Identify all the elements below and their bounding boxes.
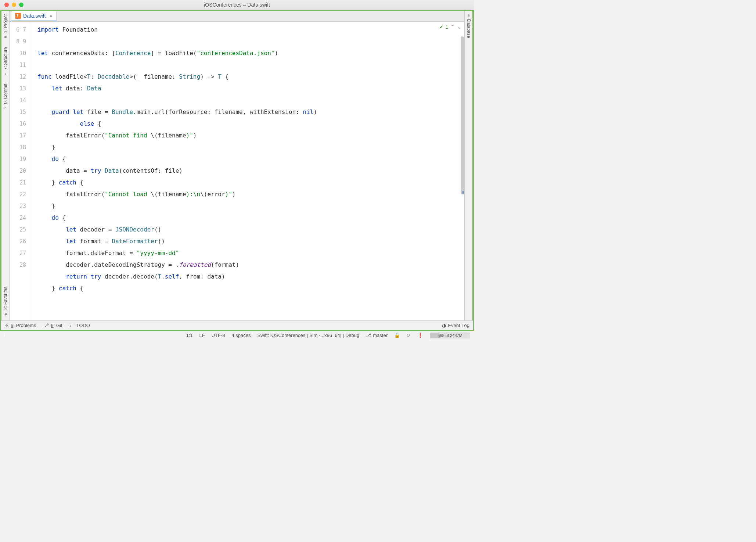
window-titlebar: iOSConferences – Data.swift	[0, 0, 474, 10]
tool-project[interactable]: ■1: Project	[3, 11, 8, 43]
quick-list-icon[interactable]: ▫	[4, 333, 6, 338]
git-icon: ⎇	[43, 323, 49, 328]
run-config[interactable]: Swift: iOSConferences | Sim -...x86_64] …	[258, 333, 360, 338]
git-branch[interactable]: ⎇master	[366, 333, 388, 338]
window-title: iOSConferences – Data.swift	[0, 2, 474, 8]
check-icon: ✔	[439, 24, 443, 30]
list-icon: ≔	[69, 323, 74, 328]
close-window-button[interactable]	[4, 3, 9, 7]
line-gutter: 6 7 8 9 10 11 12 13 14 15 16 17 18 19 20…	[10, 22, 30, 320]
memory-indicator[interactable]: 598 of 2487M	[430, 333, 470, 338]
warning-icon: ⚠	[4, 323, 9, 328]
caret-position[interactable]: 1:1	[186, 333, 192, 338]
line-separator[interactable]: LF	[199, 333, 205, 338]
file-encoding[interactable]: UTF-8	[212, 333, 225, 338]
sync-icon[interactable]: ⟳	[407, 333, 411, 338]
tool-favorites[interactable]: ★2: Favorites	[3, 283, 8, 320]
maximize-window-button[interactable]	[19, 3, 24, 7]
scrollbar-thumb[interactable]	[461, 36, 464, 194]
structure-icon: ▪	[3, 72, 8, 76]
editor-tabbar: Data.swift ×	[10, 11, 464, 22]
star-icon: ★	[3, 312, 8, 317]
error-icon[interactable]: ❗	[417, 333, 423, 338]
tool-problems[interactable]: ⚠6: Problems	[4, 323, 36, 328]
bubble-icon: ◑	[442, 323, 446, 328]
tab-label: Data.swift	[23, 13, 46, 19]
tab-data-swift[interactable]: Data.swift ×	[11, 11, 57, 21]
tool-structure[interactable]: ▪7: Structure	[3, 43, 8, 80]
right-tool-strip: ≡Database	[464, 11, 472, 320]
prev-highlight-button[interactable]: ⌃	[450, 24, 455, 30]
tool-event-log[interactable]: ◑Event Log	[442, 323, 469, 328]
code-editor[interactable]: 6 7 8 9 10 11 12 13 14 15 16 17 18 19 20…	[10, 22, 464, 320]
tool-todo[interactable]: ≔TODO	[69, 323, 90, 328]
branch-icon: ⎇	[366, 333, 371, 338]
caret-marker	[462, 191, 464, 194]
status-bar: ▫ 1:1 LF UTF-8 4 spaces Swift: iOSConfer…	[0, 331, 474, 340]
folder-icon: ■	[3, 35, 8, 40]
tool-database[interactable]: ≡Database	[466, 11, 471, 42]
code-content[interactable]: import Foundation let conferencesData: […	[30, 22, 464, 320]
inspection-widget[interactable]: ✔ 1 ⌃ ⌄	[439, 24, 461, 30]
bottom-tool-strip: ⚠6: Problems ⎇9: Git ≔TODO ◑Event Log	[1, 320, 473, 330]
database-icon: ≡	[467, 14, 471, 17]
lock-icon[interactable]: 🔓	[394, 333, 400, 338]
minimize-window-button[interactable]	[12, 3, 16, 7]
swift-file-icon	[15, 13, 21, 19]
tool-git[interactable]: ⎇9: Git	[43, 323, 62, 328]
tool-commit[interactable]: ○0: Commit	[3, 80, 8, 114]
left-tool-strip: ■1: Project ▪7: Structure ○0: Commit ★2:…	[1, 11, 10, 320]
indent-setting[interactable]: 4 spaces	[232, 333, 251, 338]
editor-scrollbar[interactable]	[460, 22, 464, 320]
close-tab-button[interactable]: ×	[49, 13, 52, 19]
commit-icon: ○	[3, 106, 8, 111]
